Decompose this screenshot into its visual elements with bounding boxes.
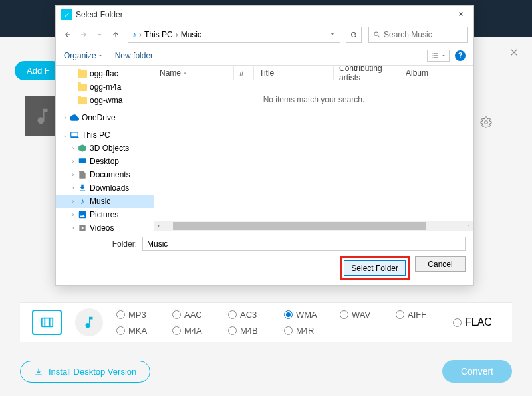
- nav-history-dropdown[interactable]: [93, 28, 106, 41]
- format-aiff[interactable]: AIFF: [396, 310, 452, 320]
- nav-forward-button[interactable]: [77, 28, 90, 41]
- cancel-button[interactable]: Cancel: [415, 256, 466, 272]
- highlight-annotation: Select Folder: [340, 256, 410, 280]
- format-mp3[interactable]: MP3: [116, 310, 172, 320]
- format-wma[interactable]: WMA: [284, 310, 340, 320]
- music-icon: ♪: [132, 30, 136, 39]
- tree-node-ogg-flac[interactable]: ogg-flac: [56, 67, 154, 80]
- tree-node-videos[interactable]: ›Videos: [56, 221, 154, 231]
- svg-rect-1: [79, 158, 86, 163]
- select-folder-button[interactable]: Select Folder: [344, 260, 406, 276]
- tree-node-music[interactable]: ›♪Music: [56, 195, 154, 208]
- tree-node-3d-objects[interactable]: › 3D Objects: [56, 142, 154, 155]
- dialog-titlebar: Select Folder: [56, 6, 473, 23]
- dialog-footer: Folder: Select Folder Cancel: [56, 231, 473, 285]
- nav-up-button[interactable]: [109, 28, 122, 41]
- refresh-button[interactable]: [346, 27, 362, 43]
- tree-node-pictures[interactable]: ›Pictures: [56, 208, 154, 221]
- install-desktop-button[interactable]: Install Desktop Version: [20, 361, 150, 383]
- file-list-pane: Name # Title Contributing artists Album …: [154, 66, 473, 231]
- dialog-navbar: ♪ › This PC › Music: [56, 23, 473, 46]
- svg-rect-3: [41, 318, 53, 327]
- dialog-close-button[interactable]: [454, 9, 468, 21]
- panel-close-icon[interactable]: [508, 47, 520, 61]
- breadcrumb-root[interactable]: This PC: [144, 30, 173, 39]
- svg-point-0: [485, 121, 488, 124]
- help-button[interactable]: ?: [455, 50, 466, 61]
- dialog-toolbar: Organize New folder ?: [56, 46, 473, 66]
- column-artists[interactable]: Contributing artists: [334, 66, 400, 80]
- format-wav[interactable]: WAV: [340, 310, 396, 320]
- column-album[interactable]: Album: [400, 66, 473, 80]
- empty-message: No items match your search.: [154, 80, 473, 104]
- column-title[interactable]: Title: [254, 66, 334, 80]
- column-name[interactable]: Name: [154, 66, 234, 80]
- column-num[interactable]: #: [234, 66, 254, 80]
- search-input-wrapper: [368, 27, 468, 43]
- format-aac[interactable]: AAC: [172, 310, 228, 320]
- tree-node-downloads[interactable]: ›Downloads: [56, 181, 154, 195]
- tree-node-this-pc[interactable]: ⌄This PC: [56, 128, 154, 142]
- folder-name-input[interactable]: [142, 237, 466, 251]
- view-options-button[interactable]: [427, 50, 450, 62]
- folder-field-label: Folder:: [64, 239, 137, 248]
- nav-back-button[interactable]: [61, 28, 74, 41]
- address-dropdown-icon[interactable]: [329, 30, 336, 39]
- video-mode-icon[interactable]: [32, 310, 62, 335]
- format-flac[interactable]: FLAC: [453, 316, 492, 328]
- address-bar[interactable]: ♪ › This PC › Music: [128, 27, 340, 43]
- app-logo-icon: [61, 9, 72, 20]
- search-input[interactable]: [384, 30, 464, 39]
- tree-node-desktop[interactable]: ›Desktop: [56, 155, 154, 168]
- format-ac3[interactable]: AC3: [228, 310, 284, 320]
- tree-node-onedrive[interactable]: ›OneDrive: [56, 111, 154, 124]
- organize-menu[interactable]: Organize: [64, 51, 103, 60]
- dialog-title: Select Folder: [76, 10, 123, 19]
- format-selector-panel: MP3 AAC AC3 WMA WAV AIFF MKA M4A M4B M4R…: [20, 302, 512, 342]
- settings-icon[interactable]: [480, 116, 492, 131]
- convert-button[interactable]: Convert: [442, 360, 512, 383]
- format-m4a[interactable]: M4A: [172, 326, 228, 336]
- format-m4r[interactable]: M4R: [284, 326, 340, 336]
- tree-node-documents[interactable]: ›Documents: [56, 168, 154, 181]
- tree-node-ogg-wma[interactable]: ogg-wma: [56, 94, 154, 107]
- column-headers: Name # Title Contributing artists Album: [154, 66, 473, 80]
- new-folder-button[interactable]: New folder: [115, 51, 153, 60]
- scroll-left-arrow[interactable]: ‹: [154, 223, 164, 229]
- search-icon: [373, 31, 381, 39]
- horizontal-scrollbar[interactable]: ‹ ›: [154, 221, 473, 231]
- tree-node-ogg-m4a[interactable]: ogg-m4a: [56, 80, 154, 94]
- breadcrumb-current[interactable]: Music: [181, 30, 201, 39]
- scroll-right-arrow[interactable]: ›: [464, 223, 473, 229]
- select-folder-dialog: Select Folder ♪ › This PC › Music Organi…: [55, 5, 474, 286]
- scrollbar-thumb[interactable]: [173, 222, 426, 230]
- format-m4b[interactable]: M4B: [228, 326, 284, 336]
- folder-tree: ogg-flac ogg-m4a ogg-wma ›OneDrive ⌄This…: [56, 66, 154, 231]
- audio-mode-icon[interactable]: [75, 308, 103, 336]
- format-mka[interactable]: MKA: [116, 326, 172, 336]
